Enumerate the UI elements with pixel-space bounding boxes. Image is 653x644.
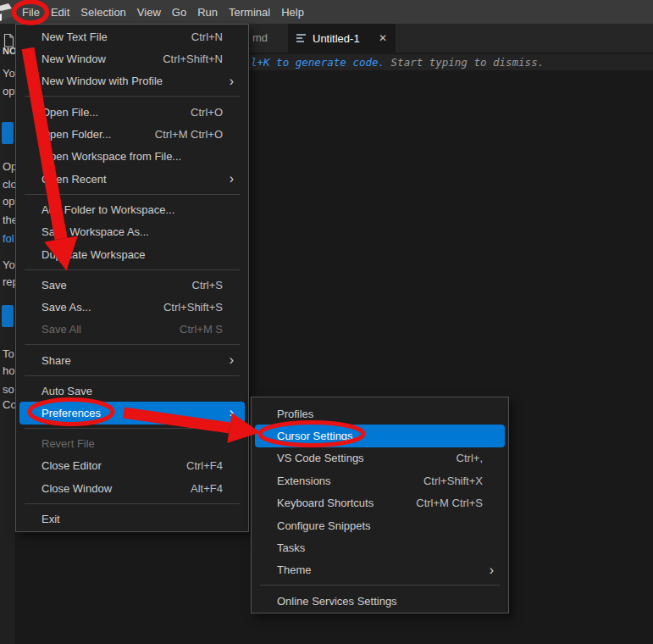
sidebar-text-fragment: Op xyxy=(3,160,15,173)
menu-item-theme[interactable]: Theme› xyxy=(255,559,505,581)
menu-item-shortcut: Ctrl+S xyxy=(192,279,223,291)
chevron-right-icon: › xyxy=(230,353,234,367)
menu-item-label: New Window xyxy=(42,53,106,65)
menu-item-label: Theme xyxy=(277,564,311,576)
sidebar-text-fragment: so xyxy=(3,383,14,396)
menu-item-label: New Window with Profile xyxy=(42,75,163,87)
tab-untitled-1[interactable]: Untitled-1 ✕ xyxy=(288,24,396,53)
menu-item-close-window[interactable]: Close WindowAlt+F4 xyxy=(19,477,245,499)
menu-item-new-window-with-profile[interactable]: New Window with Profile› xyxy=(19,70,245,92)
menubar-item-help[interactable]: Help xyxy=(276,3,309,21)
menu-item-new-window[interactable]: New WindowCtrl+Shift+N xyxy=(19,47,245,69)
app-logo-icon xyxy=(0,3,14,25)
menu-separator xyxy=(25,375,240,376)
sidebar-text-fragment: Yo xyxy=(3,258,15,271)
menubar-item-selection[interactable]: Selection xyxy=(75,3,130,21)
close-tab-icon[interactable]: ✕ xyxy=(379,32,387,44)
menu-item-label: Open Recent xyxy=(42,173,107,186)
menu-item-label: New Text File xyxy=(42,31,108,43)
menu-item-auto-save[interactable]: Auto Save xyxy=(19,380,245,402)
menu-item-label: Revert File xyxy=(42,437,95,450)
menu-item-shortcut: Ctrl+F4 xyxy=(186,459,223,472)
menu-item-profiles[interactable]: Profiles xyxy=(255,402,505,425)
menu-item-shortcut: Alt+F4 xyxy=(191,482,223,495)
chevron-right-icon: › xyxy=(230,172,234,186)
menu-item-duplicate-workspace[interactable]: Duplicate Workspace xyxy=(19,243,245,265)
menu-separator xyxy=(25,96,240,97)
hint-generate-code: l+K to generate code. xyxy=(251,56,391,69)
menu-item-label: Save All xyxy=(42,323,81,336)
menu-item-label: Tasks xyxy=(277,541,305,554)
menu-item-vs-code-settings[interactable]: VS Code SettingsCtrl+, xyxy=(255,447,505,469)
menu-item-save-all[interactable]: Save AllCtrl+M S xyxy=(19,319,245,341)
menu-item-shortcut: Ctrl+O xyxy=(191,106,223,119)
menu-item-label: Duplicate Workspace xyxy=(42,248,146,261)
menubar-item-view[interactable]: View xyxy=(132,3,166,21)
menu-item-save-workspace-as[interactable]: Save Workspace As... xyxy=(19,221,245,243)
menu-item-save-as[interactable]: Save As...Ctrl+Shift+S xyxy=(19,296,245,318)
menubar-item-run[interactable]: Run xyxy=(192,3,223,21)
menu-item-extensions[interactable]: ExtensionsCtrl+Shift+X xyxy=(255,469,505,491)
tab-label: Untitled-1 xyxy=(313,32,373,45)
menubar-item-go[interactable]: Go xyxy=(167,3,191,21)
menu-item-shortcut: Ctrl+N xyxy=(191,31,223,43)
menu-item-label: Keyboard Shortcuts xyxy=(277,497,374,509)
sidebar-link[interactable]: fol xyxy=(3,232,14,245)
menu-item-open-file[interactable]: Open File...Ctrl+O xyxy=(19,101,245,123)
menu-item-label: Open Folder... xyxy=(42,128,111,141)
sidebar: NOYoopOpcloopthefolYorepTohosoCo xyxy=(0,24,15,644)
sidebar-button[interactable] xyxy=(2,305,14,327)
menu-item-shortcut: Ctrl+, xyxy=(457,452,483,464)
chevron-right-icon: › xyxy=(230,406,234,419)
menu-item-exit[interactable]: Exit xyxy=(19,508,245,530)
menu-item-cursor-settings[interactable]: Cursor Settings xyxy=(255,425,505,447)
menu-separator xyxy=(25,428,240,429)
sidebar-button[interactable] xyxy=(2,122,14,144)
menu-item-revert-file[interactable]: Revert File xyxy=(19,432,245,454)
menu-item-label: Cursor Settings xyxy=(277,430,353,442)
menu-item-label: Close Editor xyxy=(42,459,102,472)
menubar-item-file[interactable]: File xyxy=(17,3,45,21)
menubar: FileEditSelectionViewGoRunTerminalHelp xyxy=(17,3,310,21)
menu-separator xyxy=(25,503,240,504)
sidebar-text-fragment: NO xyxy=(3,46,15,56)
menu-item-configure-snippets[interactable]: Configure Snippets xyxy=(255,514,505,536)
menu-item-label: Exit xyxy=(42,513,60,525)
sidebar-text-fragment: Co xyxy=(3,398,15,411)
menu-item-preferences[interactable]: Preferences› xyxy=(19,402,245,424)
menu-item-shortcut: Ctrl+Shift+S xyxy=(163,301,223,314)
menu-item-label: VS Code Settings xyxy=(277,452,364,464)
sidebar-text-fragment: ho xyxy=(3,364,14,377)
menu-separator xyxy=(25,269,240,270)
sidebar-text-fragment: the xyxy=(3,214,15,226)
menu-item-keyboard-shortcuts[interactable]: Keyboard ShortcutsCtrl+M Ctrl+S xyxy=(255,492,505,514)
file-menu-dropdown: New Text FileCtrl+NNew WindowCtrl+Shift+… xyxy=(15,24,249,532)
menu-item-label: Save xyxy=(42,279,67,291)
menu-item-label: Profiles xyxy=(277,408,313,420)
menu-item-label: Close Window xyxy=(42,482,112,495)
menu-item-label: Auto Save xyxy=(42,385,92,397)
menu-separator xyxy=(25,194,240,195)
menu-item-share[interactable]: Share› xyxy=(19,349,245,371)
menu-item-close-editor[interactable]: Close EditorCtrl+F4 xyxy=(19,455,245,477)
menu-item-open-folder[interactable]: Open Folder...Ctrl+M Ctrl+O xyxy=(19,123,245,145)
menu-item-add-folder-to-workspace[interactable]: Add Folder to Workspace... xyxy=(19,198,245,220)
menu-item-label: Extensions xyxy=(277,475,331,487)
menu-item-save[interactable]: SaveCtrl+S xyxy=(19,274,245,296)
sidebar-text-fragment: op xyxy=(3,85,14,97)
menu-separator xyxy=(260,585,500,586)
plaintext-file-icon xyxy=(296,34,307,42)
tab-partial-md[interactable]: md xyxy=(252,24,268,53)
menu-item-label: Online Services Settings xyxy=(277,595,397,608)
menubar-item-edit[interactable]: Edit xyxy=(46,3,75,21)
menu-item-online-services-settings[interactable]: Online Services Settings xyxy=(255,590,505,612)
menu-item-open-recent[interactable]: Open Recent› xyxy=(19,168,245,190)
menu-item-shortcut: Ctrl+M Ctrl+S xyxy=(416,497,483,509)
menu-item-open-workspace-from-file[interactable]: Open Workspace from File... xyxy=(19,146,245,168)
menu-item-shortcut: Ctrl+Shift+X xyxy=(423,475,483,487)
menu-item-shortcut: Ctrl+M Ctrl+O xyxy=(155,128,223,141)
menu-item-tasks[interactable]: Tasks xyxy=(255,536,505,558)
menu-item-new-text-file[interactable]: New Text FileCtrl+N xyxy=(19,25,245,47)
menubar-item-terminal[interactable]: Terminal xyxy=(224,3,275,21)
preferences-submenu: ProfilesCursor SettingsVS Code SettingsC… xyxy=(251,397,509,613)
